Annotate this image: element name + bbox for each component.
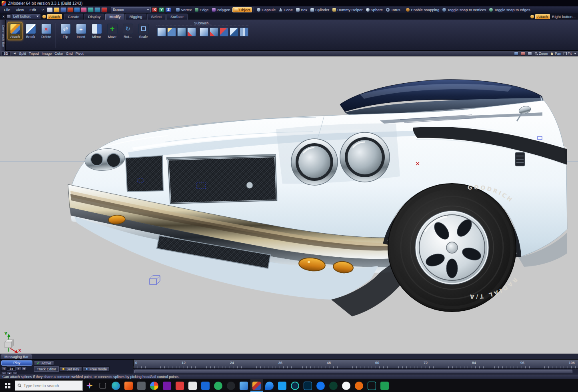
axis-y-button[interactable]: Y xyxy=(158,7,164,12)
open-folder-icon[interactable] xyxy=(54,7,60,12)
taskbar-app-icon[interactable] xyxy=(212,379,224,392)
submesh-tool-icon[interactable] xyxy=(167,28,176,36)
taskbar-app-zmodeler[interactable] xyxy=(250,379,263,392)
move-button[interactable]: + Move xyxy=(105,22,120,40)
undo-icon[interactable] xyxy=(88,7,94,12)
set-key-button[interactable]: Set Key xyxy=(59,366,82,372)
start-button[interactable] xyxy=(1,379,14,392)
taskbar-app-icon[interactable] xyxy=(327,379,340,392)
taskbar-app-icon[interactable] xyxy=(199,379,212,392)
taskbar-app-icon[interactable] xyxy=(263,379,276,392)
attach-button[interactable]: Attach xyxy=(8,22,22,40)
primitive-sphere-button[interactable]: Sphere xyxy=(365,8,384,12)
taskbar-app-icon[interactable] xyxy=(302,379,314,392)
axis-x-button[interactable]: X xyxy=(152,7,158,12)
axis-z-button[interactable]: Z xyxy=(165,7,171,12)
chevron-down-icon[interactable] xyxy=(574,53,576,54)
taskbar-app-icon[interactable] xyxy=(135,379,148,392)
view-mode-button[interactable]: 3D xyxy=(2,51,10,56)
submesh-tool-icon[interactable] xyxy=(240,28,248,36)
viewport-3d[interactable]: GOODRICH RADIAL T/A xyxy=(0,56,578,354)
primitive-capsule-button[interactable]: Capsule xyxy=(256,8,277,12)
insert-button[interactable]: + Insert xyxy=(74,22,88,40)
pan-tool-button[interactable]: Pan xyxy=(550,52,561,56)
enable-snapping-button[interactable]: Enable snapping xyxy=(405,8,440,12)
close-icon[interactable]: × xyxy=(1,14,6,19)
commands-bar[interactable]: Commands Bar xyxy=(0,20,6,51)
track-editor-button[interactable]: Track Editor xyxy=(34,366,59,372)
speed-value[interactable]: 1x xyxy=(7,366,16,371)
viewport-menu-split[interactable]: Split xyxy=(19,52,26,56)
primitive-cone-button[interactable]: Cone xyxy=(278,8,294,12)
play-button[interactable]: Play xyxy=(1,360,32,366)
taskbar-app-icon[interactable] xyxy=(238,379,250,392)
mode-edge-button[interactable]: Edge xyxy=(194,8,210,12)
taskbar-app-icon[interactable] xyxy=(161,379,173,392)
redo-icon[interactable] xyxy=(94,7,100,12)
flip-button[interactable]: ⇄ Flip xyxy=(58,22,73,40)
wireframe-cube-marker[interactable] xyxy=(150,276,160,284)
menu-help[interactable]: ? xyxy=(39,7,46,12)
step-back-button[interactable]: ◂ xyxy=(1,366,6,371)
viewport-menu-tripod[interactable]: Tripod xyxy=(29,52,39,56)
viewport-3d-scene[interactable]: GOODRICH RADIAL T/A xyxy=(0,56,578,354)
wireframe-icon[interactable] xyxy=(521,52,525,56)
taskbar-app-icon[interactable] xyxy=(110,379,122,392)
taskbar-app-icon[interactable] xyxy=(353,379,365,392)
viewport-menu-pivot[interactable]: Pivot xyxy=(76,52,84,56)
viewport-menu-color[interactable]: Color xyxy=(54,52,63,56)
taskbar-app-icon[interactable] xyxy=(148,379,160,392)
tab-create[interactable]: Create xyxy=(64,14,84,20)
mirror-button[interactable]: Mirror xyxy=(89,22,104,40)
left-attach-indicator[interactable]: Attach xyxy=(41,14,63,19)
viewport-menu-image[interactable]: Image xyxy=(42,52,52,56)
screen-select-dropdown[interactable]: Screen xyxy=(111,7,151,12)
pin-icon[interactable] xyxy=(7,14,11,18)
snap-edges-button[interactable]: Toggle snap to edges xyxy=(488,8,531,12)
menu-file[interactable]: File xyxy=(2,7,12,12)
menu-edit[interactable]: Edit xyxy=(27,7,38,12)
tab-surface[interactable]: Surface xyxy=(166,14,188,20)
tab-select[interactable]: Select xyxy=(147,14,166,20)
taskbar-app-icon[interactable] xyxy=(378,379,391,392)
search-input[interactable] xyxy=(24,384,72,388)
timeline-ruler[interactable]: 0 12 24 36 48 60 72 84 96 108 xyxy=(133,360,578,368)
tab-rigging[interactable]: Rigging xyxy=(125,14,146,20)
fit-tool-button[interactable]: Fit xyxy=(564,52,572,56)
right-attach-indicator[interactable]: Attach xyxy=(529,14,551,19)
taskbar-app-icon[interactable] xyxy=(225,379,237,392)
submesh-tool-icon[interactable] xyxy=(220,28,228,36)
left-button-dropdown[interactable]: Left button: xyxy=(12,14,40,19)
delete-button[interactable]: × Delete xyxy=(39,22,54,40)
tab-display[interactable]: Display xyxy=(84,14,104,20)
primitive-torus-button[interactable]: Torus xyxy=(385,8,401,12)
taskbar-app-icon[interactable] xyxy=(174,379,186,392)
new-file-icon[interactable] xyxy=(47,7,53,12)
mode-vertex-button[interactable]: Vertex xyxy=(175,8,193,12)
snap-vertices-button[interactable]: Toggle snap to vertices xyxy=(441,8,487,12)
submesh-tool-icon[interactable] xyxy=(200,28,208,36)
mode-polygon-button[interactable]: Polygon xyxy=(211,8,232,12)
back-arrow-icon[interactable]: ◄ xyxy=(13,52,16,55)
taskbar-app-icon[interactable] xyxy=(289,379,301,392)
save-icon[interactable] xyxy=(60,7,66,12)
go-end-button[interactable]: ▸▸ xyxy=(22,366,27,371)
break-button[interactable]: Break xyxy=(23,22,38,40)
taskbar-app-icon[interactable] xyxy=(122,379,135,392)
primitive-box-button[interactable]: Box xyxy=(295,8,308,12)
active-toggle[interactable]: ✓ Active xyxy=(34,360,54,366)
import-icon[interactable] xyxy=(67,7,73,12)
viewport-menu-grid[interactable]: Grid xyxy=(66,52,73,56)
rotate-button[interactable]: ↻ Rot... xyxy=(120,22,135,40)
zoom-tool-button[interactable]: Zoom xyxy=(534,52,548,56)
taskbar-app-icon[interactable] xyxy=(276,379,288,392)
menu-view[interactable]: View xyxy=(13,7,26,12)
scrollbar-thumb[interactable] xyxy=(134,370,572,373)
task-view-icon[interactable] xyxy=(100,383,106,388)
submesh-tool-icon[interactable] xyxy=(210,28,218,36)
taskbar-app-icon[interactable] xyxy=(186,379,199,392)
tab-modify[interactable]: Modify xyxy=(105,14,124,20)
taskbar-app-icon[interactable] xyxy=(314,379,327,392)
submesh-tool-icon[interactable] xyxy=(187,28,196,36)
messaging-bar-tab[interactable]: Messaging Bar xyxy=(1,354,32,359)
